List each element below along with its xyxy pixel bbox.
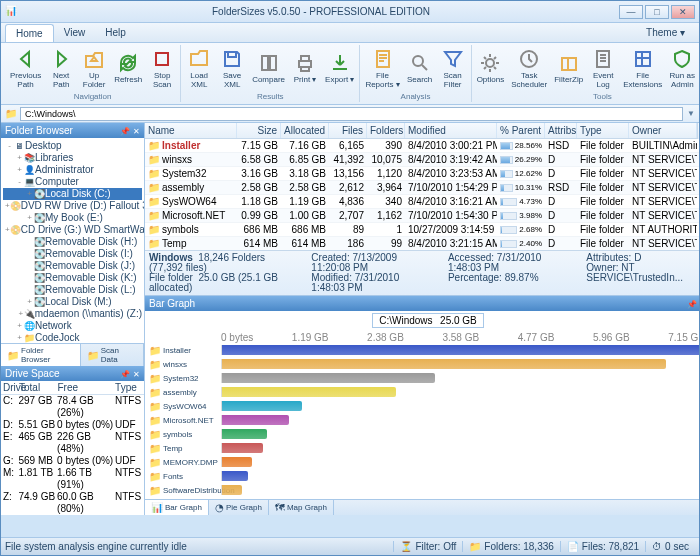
menu-tab-home[interactable]: Home <box>5 24 54 42</box>
column-header[interactable]: Size <box>237 123 281 138</box>
menu-tab-view[interactable]: View <box>54 24 96 42</box>
drive-row[interactable]: D:5.51 GB0 bytes (0%)UDF <box>1 419 144 431</box>
tree-node[interactable]: +📀 DVD RW Drive (D:) Fallout 3 <box>3 200 142 212</box>
status-filter[interactable]: ⏳Filter: Off <box>393 541 462 552</box>
bar-row[interactable]: 📁symbols <box>149 427 700 441</box>
tab-pie-graph[interactable]: ◔Pie Graph <box>209 500 269 515</box>
drive-row[interactable]: M:1.81 TB1.66 TB (91%)NTFS <box>1 467 144 491</box>
load-xml-button[interactable]: Load XML <box>183 45 215 91</box>
file-extensions-button[interactable]: File Extensions <box>620 45 665 91</box>
column-header[interactable]: Type <box>577 123 629 138</box>
column-header[interactable]: Modified <box>405 123 497 138</box>
drive-row[interactable]: Z:74.9 GB60.0 GB (80%)NTFS <box>1 491 144 515</box>
refresh-button[interactable]: Refresh <box>111 45 145 91</box>
tree-node[interactable]: +💽 Local Disk (C:) <box>3 188 142 200</box>
column-header[interactable]: Attribs <box>545 123 577 138</box>
table-row[interactable]: 📁System323.16 GB3.18 GB13,1561,1208/4/20… <box>145 167 700 181</box>
bar-row[interactable]: 📁winsxs <box>149 357 700 371</box>
tree-node[interactable]: +🔌 mdaemon (\\mantis) (Z:) <box>3 308 142 320</box>
tree-node[interactable]: -💻 Computer <box>3 176 142 188</box>
menu-tab-help[interactable]: Help <box>95 24 136 42</box>
bar-chart[interactable]: 0 bytes1.19 GB2.38 GB3.58 GB4.77 GB5.96 … <box>145 330 700 499</box>
tab-bar-graph[interactable]: 📊Bar Graph <box>145 500 209 515</box>
tab-map-graph[interactable]: 🗺Map Graph <box>269 500 334 515</box>
column-header[interactable]: Files <box>329 123 367 138</box>
export-button[interactable]: Export ▾ <box>322 45 357 91</box>
column-header[interactable]: Name <box>145 123 237 138</box>
bar-row[interactable]: 📁SoftwareDistribution <box>149 483 700 497</box>
up-folder-button[interactable]: Up Folder <box>78 45 110 91</box>
theme-dropdown[interactable]: Theme ▾ <box>636 24 695 41</box>
column-header[interactable]: Folders <box>367 123 405 138</box>
column-header[interactable]: % Parent <box>497 123 545 138</box>
tree-node[interactable]: +💽 My Book (E:) <box>3 212 142 224</box>
column-header[interactable]: Allocated <box>281 123 329 138</box>
close-button[interactable]: ✕ <box>671 5 695 19</box>
column-header[interactable]: Owner <box>629 123 697 138</box>
panel-pin-icon[interactable]: 📌 <box>120 370 130 379</box>
tab-scan-data[interactable]: 📁Scan Data <box>81 344 144 366</box>
bar-row[interactable]: 📁MEMORY.DMP <box>149 455 700 469</box>
run-as-admin-button[interactable]: Run as Admin <box>666 45 698 91</box>
minimize-button[interactable]: — <box>619 5 643 19</box>
options-button[interactable]: Options <box>474 45 508 91</box>
panel-close-icon[interactable]: ✕ <box>133 370 140 379</box>
tree-node[interactable]: 💽 Removable Disk (K:) <box>3 272 142 284</box>
drive-row[interactable]: E:465 GB226 GB (48%)NTFS <box>1 431 144 455</box>
bar-row[interactable]: 📁System32 <box>149 371 700 385</box>
table-row[interactable]: 📁Installer7.15 GB7.16 GB6,1653908/4/2010… <box>145 139 700 153</box>
stop-scan-button[interactable]: Stop Scan <box>146 45 178 91</box>
previous-path-button[interactable]: Previous Path <box>7 45 44 91</box>
address-bar: 📁 ▼ <box>1 105 699 123</box>
search-button[interactable]: Search <box>404 45 436 91</box>
bar-row[interactable]: 📁Installer <box>149 343 700 357</box>
filterzip-button[interactable]: FilterZip <box>551 45 586 91</box>
task-scheduler-button[interactable]: Task Scheduler <box>508 45 550 91</box>
tree-node[interactable]: -🖥 Desktop <box>3 140 142 152</box>
save-xml-button[interactable]: Save XML <box>216 45 248 91</box>
bar-row[interactable]: 📁Temp <box>149 441 700 455</box>
menu-bar: HomeViewHelp Theme ▾ <box>1 23 699 43</box>
filterzip-icon <box>558 52 580 74</box>
tree-node[interactable]: 💽 Removable Disk (I:) <box>3 248 142 260</box>
table-row[interactable]: 📁Microsoft.NET0.99 GB1.00 GB2,7071,1627/… <box>145 209 700 223</box>
table-row[interactable]: 📁SysWOW641.18 GB1.19 GB4,8363408/4/2010 … <box>145 195 700 209</box>
panel-pin-icon[interactable]: 📌 <box>687 300 697 309</box>
tab-folder-browser[interactable]: 📁Folder Browser <box>1 344 81 366</box>
folder-icon: 📁 <box>469 541 481 552</box>
maximize-button[interactable]: □ <box>645 5 669 19</box>
tree-node[interactable]: +👤 Administrator <box>3 164 142 176</box>
file-reports-button[interactable]: File Reports ▾ <box>362 45 402 91</box>
file-grid[interactable]: 📁Installer7.15 GB7.16 GB6,1653908/4/2010… <box>145 139 700 250</box>
bar-row[interactable]: 📁Microsoft.NET <box>149 413 700 427</box>
drive-row[interactable]: C:297 GB78.4 GB (26%)NTFS <box>1 395 144 419</box>
bar-row[interactable]: 📁Fonts <box>149 469 700 483</box>
next-path-button[interactable]: Next Path <box>45 45 77 91</box>
print-button[interactable]: Print ▾ <box>289 45 321 91</box>
table-row[interactable]: 📁Temp614 MB614 MB186998/4/2010 3:21:15 A… <box>145 237 700 250</box>
grid-header[interactable]: NameSizeAllocatedFilesFoldersModified% P… <box>145 123 697 139</box>
folder-tree[interactable]: -🖥 Desktop+📚 Libraries+👤 Administrator-💻… <box>1 138 144 343</box>
tree-node[interactable]: 💽 Removable Disk (J:) <box>3 260 142 272</box>
event-log-button[interactable]: Event Log <box>587 45 619 91</box>
tree-node[interactable]: 💽 Removable Disk (H:) <box>3 236 142 248</box>
scan-filter-button[interactable]: Scan Filter <box>437 45 469 91</box>
address-dropdown-icon[interactable]: ▼ <box>687 109 695 118</box>
panel-pin-icon[interactable]: 📌 <box>120 127 130 136</box>
tree-node[interactable]: +💽 Local Disk (M:) <box>3 296 142 308</box>
bar-row[interactable]: 📁assembly <box>149 385 700 399</box>
tree-node[interactable]: +📀 CD Drive (G:) WD SmartWare <box>3 224 142 236</box>
bar-row[interactable]: 📁SysWOW64 <box>149 399 700 413</box>
compare-button[interactable]: Compare <box>249 45 288 91</box>
tree-node[interactable]: +📁 CodeJock <box>3 332 142 343</box>
tree-node[interactable]: 💽 Removable Disk (L:) <box>3 284 142 296</box>
table-row[interactable]: 📁assembly2.58 GB2.58 GB2,6123,9647/10/20… <box>145 181 700 195</box>
table-row[interactable]: 📁winsxs6.58 GB6.85 GB41,39210,0758/4/201… <box>145 153 700 167</box>
table-row[interactable]: 📁symbols686 MB686 MB89110/27/2009 3:14:5… <box>145 223 700 237</box>
tree-node[interactable]: +📚 Libraries <box>3 152 142 164</box>
panel-close-icon[interactable]: ✕ <box>133 127 140 136</box>
ribbon: Previous PathNext PathUp FolderRefreshSt… <box>1 43 699 105</box>
address-input[interactable] <box>20 107 683 121</box>
tree-node[interactable]: +🌐 Network <box>3 320 142 332</box>
drive-row[interactable]: G:569 MB0 bytes (0%)UDF <box>1 455 144 467</box>
